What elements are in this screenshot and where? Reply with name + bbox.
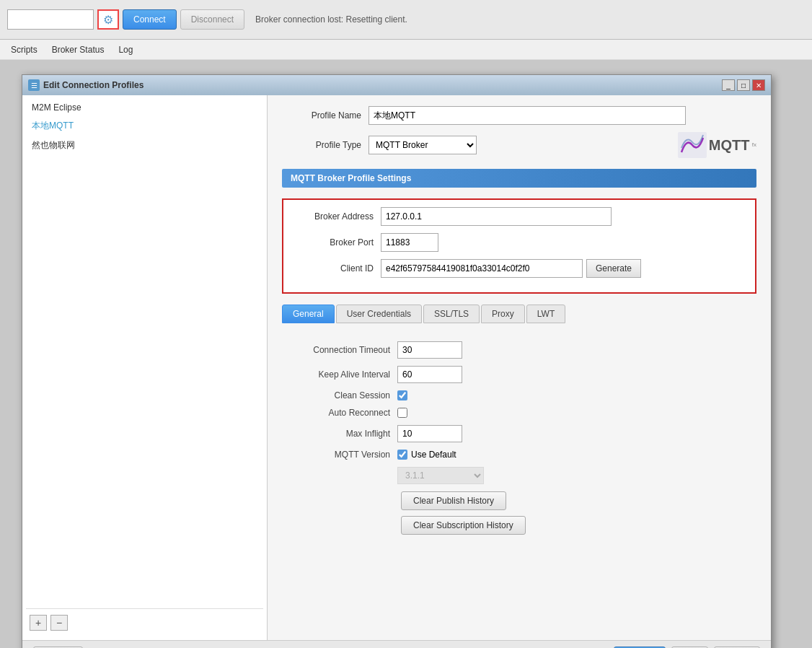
minimize-button[interactable]: _	[722, 79, 735, 91]
max-inflight-label: Max Inflight	[282, 429, 397, 439]
clear-publish-history-button[interactable]: Clear Publish History	[401, 491, 506, 510]
menu-scripts[interactable]: Scripts	[4, 42, 45, 58]
tab-lwt[interactable]: LWT	[526, 305, 565, 323]
clean-session-label: Clean Session	[282, 390, 397, 400]
menu-bar: Scripts Broker Status Log	[0, 40, 812, 60]
keep-alive-input[interactable]	[397, 366, 462, 383]
add-profile-button[interactable]: +	[30, 615, 47, 631]
version-dropdown-row: 3.1.1	[282, 467, 756, 484]
general-tab-content: Connection Timeout Keep Alive Interval C…	[282, 334, 756, 548]
profile-name-label: Profile Name	[282, 110, 369, 121]
keep-alive-row: Keep Alive Interval	[282, 366, 756, 383]
broker-address-label: Broker Address	[294, 211, 381, 222]
connection-timeout-input[interactable]	[397, 341, 462, 359]
keep-alive-label: Keep Alive Interval	[282, 369, 397, 380]
tab-proxy[interactable]: Proxy	[481, 305, 525, 323]
profile-item-ranye[interactable]: 然也物联网	[26, 136, 263, 155]
client-id-row: Client ID Generate	[294, 259, 744, 278]
tab-ssl-tls[interactable]: SSL/TLS	[423, 305, 480, 323]
mqtt-logo-icon	[678, 132, 707, 158]
mqtt-text: MQTT	[709, 137, 750, 153]
broker-address-input[interactable]	[381, 207, 612, 226]
maximize-button[interactable]: □	[737, 79, 750, 91]
edit-connection-dialog: ☰ Edit Connection Profiles _ □ ✕ M2M Ecl…	[22, 74, 772, 648]
tab-general[interactable]: General	[282, 305, 335, 323]
dialog-title-left: ☰ Edit Connection Profiles	[28, 79, 144, 91]
tab-user-credentials[interactable]: User Credentials	[336, 305, 422, 323]
auto-reconnect-checkbox[interactable]	[397, 408, 407, 418]
broker-address-row: Broker Address	[294, 207, 744, 226]
profile-name-row: Profile Name	[282, 106, 756, 125]
connection-timeout-label: Connection Timeout	[282, 345, 397, 355]
mqtt-version-label: MQTT Version	[282, 450, 397, 460]
broker-port-row: Broker Port	[294, 233, 744, 252]
left-panel-bottom: + −	[26, 608, 263, 636]
client-id-label: Client ID	[294, 263, 381, 273]
status-text: Broker connection lost: Resetting client…	[255, 14, 407, 25]
clear-buttons-col: Clear Publish History Clear Subscription…	[401, 491, 756, 540]
profile-type-label: Profile Type	[282, 140, 369, 150]
mqtt-logo-text-wrapper: MQTT fx	[709, 137, 756, 154]
menu-broker-status[interactable]: Broker Status	[45, 42, 112, 58]
use-default-label: Use Default	[411, 450, 456, 460]
client-id-input[interactable]	[381, 259, 583, 278]
clean-session-row: Clean Session	[282, 390, 756, 400]
use-default-checkbox[interactable]	[397, 450, 407, 460]
generate-button[interactable]: Generate	[586, 259, 641, 278]
tabs: General User Credentials SSL/TLS Proxy L…	[282, 305, 756, 323]
profile-dropdown[interactable]	[7, 9, 94, 30]
broker-port-label: Broker Port	[294, 237, 381, 248]
clear-subscription-history-button[interactable]: Clear Subscription History	[401, 516, 526, 535]
top-toolbar: ⚙ Connect Disconnect Broker connection l…	[0, 0, 812, 40]
disconnect-button[interactable]: Disconnect	[180, 9, 244, 30]
auto-reconnect-label: Auto Reconnect	[282, 408, 397, 418]
dialog-body: M2M Eclipse 本地MQTT 然也物联网 + − Profile Nam…	[22, 95, 771, 640]
gear-button[interactable]: ⚙	[97, 9, 119, 30]
max-inflight-input[interactable]	[397, 425, 462, 442]
remove-profile-button[interactable]: −	[50, 615, 68, 631]
dialog-icon: ☰	[28, 79, 40, 91]
menu-log[interactable]: Log	[111, 42, 140, 58]
broker-port-input[interactable]	[381, 233, 438, 252]
max-inflight-row: Max Inflight	[282, 425, 756, 442]
use-default-row: Use Default	[397, 450, 456, 460]
clean-session-checkbox[interactable]	[397, 390, 407, 400]
broker-settings-box: Broker Address Broker Port Client ID Gen…	[282, 198, 756, 294]
dialog-title: Edit Connection Profiles	[43, 80, 144, 90]
close-button[interactable]: ✕	[752, 79, 765, 91]
section-header: MQTT Broker Profile Settings	[282, 169, 756, 188]
version-select[interactable]: 3.1.1	[397, 467, 484, 484]
dialog-footer: Revert Cancel OK Apply	[22, 640, 771, 648]
right-panel: Profile Name Profile Type MQTT Broker	[268, 95, 771, 640]
mqtt-version-row: MQTT Version Use Default	[282, 450, 756, 460]
profile-item-local-mqtt[interactable]: 本地MQTT	[26, 116, 263, 136]
auto-reconnect-row: Auto Reconnect	[282, 408, 756, 418]
dialog-titlebar: ☰ Edit Connection Profiles _ □ ✕	[22, 75, 771, 95]
connect-button[interactable]: Connect	[123, 9, 177, 30]
profile-item-m2m[interactable]: M2M Eclipse	[26, 99, 263, 116]
profile-type-select[interactable]: MQTT Broker	[369, 136, 477, 154]
dialog-controls: _ □ ✕	[722, 79, 765, 91]
profile-name-input[interactable]	[369, 106, 686, 125]
left-panel: M2M Eclipse 本地MQTT 然也物联网 + −	[22, 95, 268, 640]
mqtt-trademark: fx	[752, 141, 756, 148]
connection-timeout-row: Connection Timeout	[282, 341, 756, 359]
main-area: ☰ Edit Connection Profiles _ □ ✕ M2M Ecl…	[0, 60, 812, 648]
mqtt-logo: MQTT fx	[678, 132, 756, 158]
